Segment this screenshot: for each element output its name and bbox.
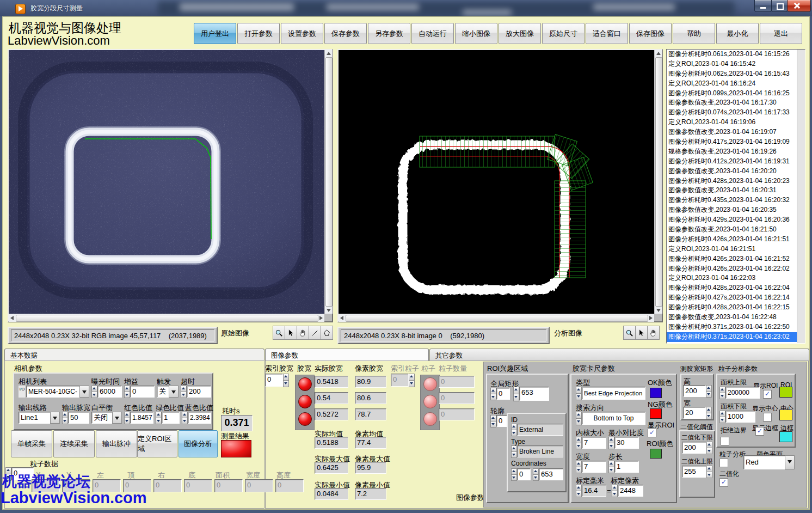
close-button[interactable] bbox=[787, 0, 811, 12]
scroll-left-icon[interactable] bbox=[340, 316, 343, 320]
calib-mm-field[interactable]: 16.4 bbox=[576, 485, 606, 497]
toolbar-button-help[interactable]: 帮助 bbox=[673, 23, 715, 44]
area-max-field[interactable]: 200000 bbox=[719, 387, 760, 399]
vertical-scrollbar[interactable] bbox=[654, 50, 662, 314]
kernel-size-field[interactable]: 7 bbox=[576, 437, 606, 449]
toolbar-button-logout[interactable]: 用户登出 bbox=[194, 23, 236, 44]
timeout-field[interactable]: 200 bbox=[181, 386, 211, 398]
toolbar-button-original-size[interactable]: 原始尺寸 bbox=[542, 23, 585, 44]
log-entry[interactable]: 图像分析耗时0.099s,2023-01-04 16:16:25 bbox=[667, 89, 805, 99]
log-entry[interactable]: 图像参数值改变,2023-01-04 16:20:31 bbox=[667, 186, 805, 196]
log-entry[interactable]: 图像分析耗时0.062s,2023-01-04 16:15:43 bbox=[667, 69, 805, 79]
log-entry[interactable]: 图像分析耗时0.061s,2023-01-04 16:15:26 bbox=[667, 50, 805, 59]
define-roi-button[interactable]: 定义ROI区域 bbox=[137, 430, 177, 457]
scroll-right-icon[interactable] bbox=[649, 316, 653, 320]
horizontal-scrollbar[interactable] bbox=[9, 314, 324, 322]
log-entry[interactable]: 图像分析耗时0.435s,2023-01-04 16:20:32 bbox=[667, 196, 805, 205]
log-entry[interactable]: 图像分析耗时0.427s,2023-01-04 16:22:14 bbox=[667, 293, 805, 303]
pan-tool-icon[interactable] bbox=[297, 326, 309, 340]
toolbar-button-set-params[interactable]: 设置参数 bbox=[281, 23, 323, 44]
vertical-scrollbar[interactable] bbox=[324, 50, 333, 314]
analysis-image-viewer[interactable] bbox=[337, 49, 663, 322]
gain-field[interactable]: 0 bbox=[124, 386, 155, 398]
coordinates-x[interactable]: 0 bbox=[511, 468, 531, 480]
cursor-tool-icon[interactable] bbox=[635, 326, 648, 340]
white-balance-dropdown[interactable]: 关闭 bbox=[91, 412, 122, 424]
spinner[interactable] bbox=[62, 412, 68, 424]
zoom-tool-icon[interactable] bbox=[273, 326, 285, 340]
log-entry[interactable]: 图像分析耗时0.417s,2023-01-04 16:19:09 bbox=[667, 137, 805, 147]
binarize-high-field[interactable]: 255 bbox=[682, 466, 712, 478]
shape-tool-icon[interactable] bbox=[321, 326, 333, 340]
step-field[interactable]: 1 bbox=[608, 461, 639, 473]
scrollbar-thumb[interactable] bbox=[16, 315, 318, 322]
spinner[interactable] bbox=[490, 415, 496, 427]
particle-analysis-checkbox[interactable] bbox=[719, 459, 728, 467]
spinner[interactable] bbox=[5, 467, 11, 480]
min-contrast-field[interactable]: 30 bbox=[608, 437, 639, 449]
center-color-swatch[interactable] bbox=[779, 410, 792, 420]
event-log-list[interactable]: 图像分析耗时0.061s,2023-01-04 16:15:26 定义ROI,2… bbox=[666, 49, 805, 344]
log-entry[interactable]: 定义ROI,2023-01-04 16:22:03 bbox=[667, 273, 805, 283]
scroll-down-icon[interactable] bbox=[656, 309, 661, 312]
toolbar-button-zoom-out[interactable]: 缩小图像 bbox=[455, 23, 497, 44]
log-entry[interactable]: 图像分析耗时0.426s,2023-01-04 16:21:52 bbox=[667, 254, 805, 264]
spinner[interactable] bbox=[511, 468, 517, 480]
output-pulse-button[interactable]: 输出脉冲 bbox=[96, 430, 137, 457]
scroll-down-icon[interactable] bbox=[327, 309, 331, 312]
spinner[interactable] bbox=[706, 407, 712, 419]
chevron-down-icon[interactable] bbox=[79, 386, 89, 398]
spinner[interactable] bbox=[511, 445, 517, 457]
log-entry[interactable]: 图像分析耗时0.074s,2023-01-04 16:17:33 bbox=[667, 108, 805, 118]
maximize-button[interactable] bbox=[771, 0, 788, 12]
global-rect-x[interactable]: 0 bbox=[490, 388, 510, 400]
log-entry[interactable]: 图像参数值改变,2023-01-04 16:20:20 bbox=[667, 167, 805, 176]
line-tool-icon[interactable] bbox=[309, 326, 321, 340]
ng-color-swatch[interactable] bbox=[650, 408, 662, 419]
binarize-low-field[interactable]: 200 bbox=[682, 442, 712, 454]
rect-width-field[interactable]: 20 bbox=[683, 407, 712, 419]
spinner[interactable] bbox=[612, 485, 618, 497]
green-ratio-field[interactable]: 1 bbox=[156, 412, 180, 424]
toolbar-button-save-image[interactable]: 保存图像 bbox=[629, 23, 672, 44]
border-color-swatch[interactable] bbox=[779, 431, 792, 442]
contour-id-field[interactable]: External bbox=[511, 424, 563, 436]
spinner[interactable] bbox=[706, 442, 712, 454]
scrollbar-thumb[interactable] bbox=[325, 57, 333, 307]
spinner[interactable] bbox=[513, 387, 519, 401]
binarize-checkbox[interactable]: ✓ bbox=[719, 478, 728, 487]
scroll-right-icon[interactable] bbox=[319, 316, 323, 320]
log-entry[interactable]: 图像分析耗时0.412s,2023-01-04 16:19:31 bbox=[667, 157, 805, 167]
log-entry[interactable]: 图像参数值改变,2023-01-04 16:20:35 bbox=[667, 205, 805, 215]
coordinates-y[interactable]: 653 bbox=[533, 468, 563, 480]
toolbar-button-auto-run[interactable]: 自动运行 bbox=[411, 23, 454, 44]
pan-tool-icon[interactable] bbox=[647, 326, 660, 340]
log-entry[interactable]: 图像参数值改变,2023-01-04 16:17:30 bbox=[667, 98, 805, 108]
scrollbar-thumb[interactable] bbox=[346, 315, 648, 322]
log-entry[interactable]: 图像分析耗时0.428s,2023-01-04 16:22:15 bbox=[667, 303, 805, 313]
spinner[interactable] bbox=[576, 387, 582, 400]
red-ratio-field[interactable]: 1.8457 bbox=[124, 412, 153, 424]
show-border-checkbox[interactable]: ✓ bbox=[755, 427, 764, 436]
toolbar-button-save-as-params[interactable]: 另存参数 bbox=[368, 23, 410, 44]
glue-index-field[interactable]: 0 bbox=[265, 374, 289, 387]
log-entry[interactable]: 定义ROI,2023-01-04 16:21:51 bbox=[667, 245, 805, 254]
spinner[interactable] bbox=[608, 437, 614, 449]
caliper-width-field[interactable]: 7 bbox=[576, 461, 606, 473]
show-roi-checkbox[interactable]: ✓ bbox=[763, 390, 772, 399]
spinner[interactable] bbox=[576, 412, 582, 425]
global-rect-y[interactable]: 653 bbox=[513, 387, 549, 401]
min-contrast-checkbox[interactable]: ✓ bbox=[648, 429, 656, 437]
chevron-down-icon[interactable] bbox=[785, 455, 795, 469]
log-entry-selected[interactable]: 图像分析耗时0.371s,2023-01-04 16:23:02 bbox=[667, 332, 805, 342]
log-entry[interactable]: 图像参数值改变,2023-01-04 16:21:50 bbox=[667, 225, 805, 235]
log-entry[interactable]: 定义ROI,2023-01-04 16:19:06 bbox=[667, 118, 805, 127]
toolbar-button-minimize[interactable]: 最小化 bbox=[716, 23, 759, 44]
spinner[interactable] bbox=[576, 461, 582, 473]
tab-other-params[interactable]: 其它参数 bbox=[429, 349, 809, 361]
roi-color-swatch[interactable] bbox=[650, 449, 662, 459]
output-line-dropdown[interactable]: Line1 bbox=[19, 412, 60, 424]
log-scrollbar[interactable] bbox=[797, 50, 805, 343]
spinner[interactable] bbox=[533, 468, 539, 480]
spinner[interactable] bbox=[124, 412, 130, 424]
